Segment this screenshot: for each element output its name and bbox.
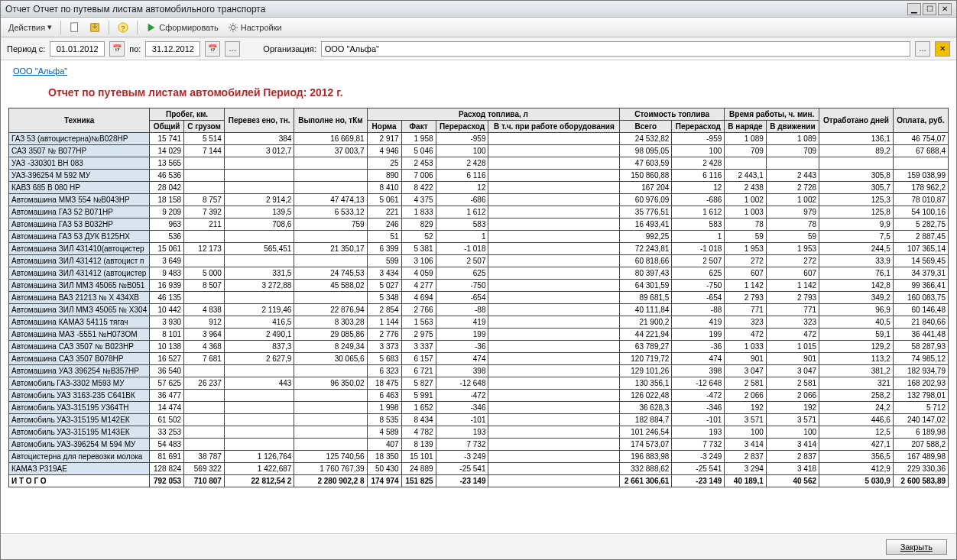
org-input[interactable]: ООО "Альфа" (321, 41, 910, 57)
table-row[interactable]: Автомашина ЗИЛ 431412 (автоцистер9 4835 … (9, 267, 949, 280)
cell-value: 35 776,51 (620, 206, 672, 218)
cell-value: 3 964 (184, 329, 225, 341)
table-row[interactable]: Автомашина ГАЗ 52 В071НР9 2097 392139,56… (9, 206, 949, 218)
cell-value (488, 206, 620, 218)
cell-value: 583 (436, 218, 488, 231)
cell-value: 2 627,9 (224, 353, 294, 365)
table-row[interactable]: Автомобиль ГАЗ-3302 М593 МУ57 62526 2374… (9, 377, 949, 390)
cell-value: 398 (672, 365, 725, 377)
table-row[interactable]: Автомобиль УАЗ-315195 М143ЕК33 2534 5894… (9, 426, 949, 439)
run-button[interactable]: Сформировать (143, 21, 222, 34)
close-button[interactable]: Закрыть (886, 539, 947, 555)
toolbar: Действия ▾ ? Сформировать Настройки (1, 18, 956, 37)
cell-value: 59,1 (819, 329, 894, 341)
cell-value: 36 540 (150, 365, 184, 377)
cell-value: 3 272,88 (224, 280, 294, 292)
cell-value (224, 255, 294, 267)
cell-value (294, 426, 367, 439)
cell-value: 44 221,94 (620, 329, 672, 341)
save-button[interactable] (86, 21, 103, 34)
actions-menu[interactable]: Действия ▾ (5, 21, 55, 34)
period-extra-button[interactable]: … (225, 41, 240, 57)
table-row[interactable]: Автомобиль УАЗ 3163-235 С641ВК36 4776 46… (9, 390, 949, 402)
table-row[interactable]: Автоцистерна для перевозки молока81 6913… (9, 451, 949, 463)
cell-value: 199 (436, 329, 488, 341)
table-row[interactable]: САЗ 3507 № В077НР14 0297 1443 012,737 00… (9, 145, 949, 157)
table-row[interactable]: Автомашина ГАЗ 53 В032НР963211708,675924… (9, 218, 949, 231)
cell-value: 33 253 (150, 426, 184, 439)
total-value: 174 974 (367, 475, 401, 487)
table-row[interactable]: Автомашина ЗИЛ ММЗ 45065 № Х30410 4424 8… (9, 304, 949, 316)
cell-value (184, 365, 225, 377)
table-row[interactable]: Автомашина ВАЗ 21213 № Х 434ХВ46 1355 34… (9, 292, 949, 304)
table-row[interactable]: ГАЗ 53 (автоцистерна)№В028НР15 7415 5143… (9, 133, 949, 145)
cell-value: 59 (766, 231, 819, 243)
table-row[interactable]: КАМАЗ Р319АЕ128 824569 3221 422,6871 760… (9, 463, 949, 475)
table-row[interactable]: Автомобиль УАЗ-315195 М142ЕК61 5028 5358… (9, 414, 949, 426)
new-page-button[interactable] (67, 21, 83, 34)
cell-value: 474 (672, 353, 725, 365)
cell-value: 3 337 (401, 341, 436, 353)
cell-value: 128 824 (150, 463, 184, 475)
cell-value: 24,2 (819, 402, 894, 414)
calendar-from-button[interactable]: 📅 (109, 41, 125, 57)
cell-value: 5 827 (401, 377, 436, 390)
cell-technique: Автомашина ММЗ 554 №В043НР (9, 194, 150, 206)
table-row[interactable]: Автомобиль УАЗ-315195 У364ТН14 4741 9981… (9, 402, 949, 414)
org-link[interactable]: ООО "Альфа" (8, 66, 70, 79)
calendar-to-button[interactable]: 📅 (205, 41, 220, 57)
table-row[interactable]: Автомашина ЗИЛ 431412 (автоцист п3 64959… (9, 255, 949, 267)
maximize-button[interactable]: ☐ (923, 3, 936, 15)
cell-value: 130 356,1 (620, 377, 672, 390)
org-clear-button[interactable]: ✕ (935, 41, 950, 57)
cell-value (819, 157, 894, 170)
org-select-button[interactable]: … (915, 41, 930, 57)
table-row[interactable]: Автомашина ЗИЛ 431410(автоцистер15 06112… (9, 243, 949, 255)
cell-value: 129 101,26 (620, 365, 672, 377)
th-norma: Норма (367, 121, 401, 133)
cell-value: 1 953 (725, 243, 767, 255)
settings-button[interactable]: Настройки (225, 21, 285, 34)
table-row[interactable]: УАЗ -330301 ВН 08313 565252 4532 42847 6… (9, 157, 949, 170)
table-row[interactable]: Автомашина ЗИЛ ММЗ 45065 №В05116 9398 50… (9, 280, 949, 292)
cell-value: 2 066 (766, 390, 819, 402)
table-row[interactable]: УАЗ-396254 М 592 МУ46 5368907 0066 11615… (9, 170, 949, 182)
cell-value: 5 712 (893, 402, 948, 414)
help-button[interactable]: ? (115, 21, 131, 34)
cell-value: 6 399 (367, 243, 401, 255)
cell-value: 192 (766, 402, 819, 414)
minimize-button[interactable]: ▁ (907, 3, 921, 15)
table-row[interactable]: Автомашина ММЗ 554 №В043НР18 1588 7572 9… (9, 194, 949, 206)
table-row[interactable]: Автомашина УАЗ 396254 №В357НР36 5406 323… (9, 365, 949, 377)
table-row[interactable]: Автомашина КАМАЗ 54115 тягач3 930912416,… (9, 316, 949, 329)
cell-value: 4 375 (401, 194, 436, 206)
report-area[interactable]: ООО "Альфа" Отчет по путевым листам авто… (1, 60, 956, 533)
cell-value: 2 428 (436, 157, 488, 170)
cell-value: -88 (672, 304, 725, 316)
cell-value: 1 953 (766, 243, 819, 255)
cell-value: 221 (367, 206, 401, 218)
cell-technique: Автомашина ЗИЛ 431412 (автоцистер (9, 267, 150, 280)
cell-value: 14 569,45 (893, 255, 948, 267)
cell-technique: КАВЗ 685 В 080 НР (9, 182, 150, 194)
table-row[interactable]: Автомобиль УАЗ-396254 М 594 МУ54 4834078… (9, 439, 949, 451)
cell-value: 132 798,01 (893, 390, 948, 402)
cell-value (224, 426, 294, 439)
table-row[interactable]: Автомашина ГАЗ 53 ДУК В125НХ53651521992,… (9, 231, 949, 243)
cell-value: 321 (819, 377, 894, 390)
table-row[interactable]: КАВЗ 685 В 080 НР28 0428 4108 42212167 2… (9, 182, 949, 194)
cell-value: 2 837 (725, 451, 767, 463)
help-icon: ? (118, 22, 128, 33)
table-row[interactable]: Автомашина САЗ 3507 № В023НР10 1384 3688… (9, 341, 949, 353)
cell-value: 3 047 (766, 365, 819, 377)
cell-value: 901 (725, 353, 767, 365)
table-row[interactable]: Автомашина МАЗ -5551 №Н073ОМ8 1013 9642 … (9, 329, 949, 341)
table-row[interactable]: Автомашина САЗ 3507 В078НР16 5277 6812 6… (9, 353, 949, 365)
close-window-button[interactable]: ✕ (938, 3, 952, 15)
cell-value: 5 683 (367, 353, 401, 365)
date-to-input[interactable]: 31.12.2012 (145, 41, 200, 57)
cell-value: 7 144 (184, 145, 225, 157)
date-from-input[interactable]: 01.01.2012 (50, 41, 105, 57)
cell-value: 244,5 (819, 243, 894, 255)
cell-value: 2 975 (401, 329, 436, 341)
